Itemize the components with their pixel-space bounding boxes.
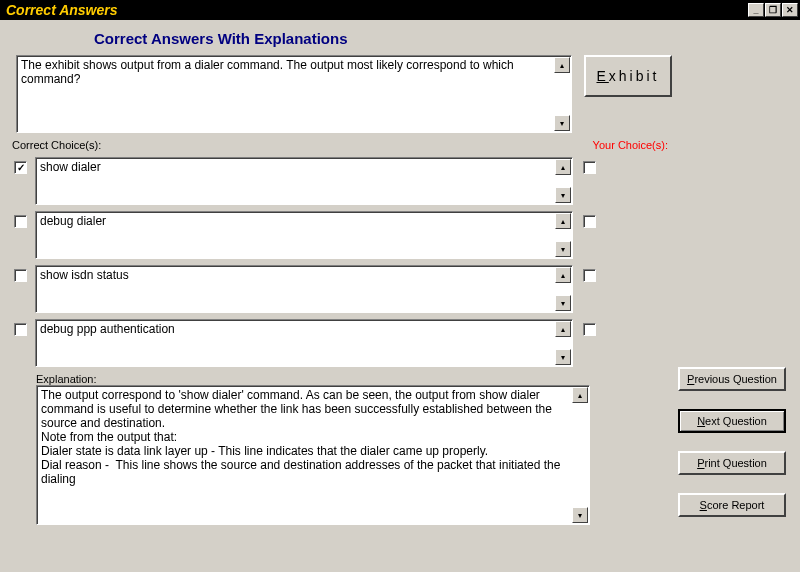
next-label: Next Question: [697, 415, 767, 427]
question-textbox[interactable]: The exhibit shows output from a dialer c…: [16, 55, 572, 133]
your-checkbox-0[interactable]: [583, 161, 596, 174]
choice-scrollbar-3[interactable]: ▴ ▾: [555, 321, 571, 365]
choice-row: debug dialer ▴ ▾: [12, 211, 788, 259]
choice-scrollbar-1[interactable]: ▴ ▾: [555, 213, 571, 257]
scroll-down-icon[interactable]: ▾: [555, 241, 571, 257]
window-title: Correct Answers: [6, 2, 118, 18]
scroll-up-icon[interactable]: ▴: [555, 321, 571, 337]
scroll-down-icon[interactable]: ▾: [572, 507, 588, 523]
your-checkbox-2[interactable]: [583, 269, 596, 282]
prev-label: Previous Question: [687, 373, 777, 385]
choice-textbox-3[interactable]: debug ppp authentication ▴ ▾: [35, 319, 573, 367]
question-text: The exhibit shows output from a dialer c…: [21, 58, 514, 86]
correct-choices-label: Correct Choice(s):: [12, 139, 101, 151]
choice-textbox-0[interactable]: show dialer ▴ ▾: [35, 157, 573, 205]
your-checkbox-1[interactable]: [583, 215, 596, 228]
scroll-up-icon[interactable]: ▴: [554, 57, 570, 73]
choice-textbox-1[interactable]: debug dialer ▴ ▾: [35, 211, 573, 259]
explanation-label: Explanation:: [36, 373, 788, 385]
choice-textbox-2[interactable]: show isdn status ▴ ▾: [35, 265, 573, 313]
scroll-up-icon[interactable]: ▴: [555, 267, 571, 283]
page-title: Correct Answers With Explanations: [94, 30, 788, 47]
question-scrollbar[interactable]: ▴ ▾: [554, 57, 570, 131]
action-buttons: Previous Question Next Question Print Qu…: [678, 367, 786, 517]
scroll-down-icon[interactable]: ▾: [555, 295, 571, 311]
choice-scrollbar-2[interactable]: ▴ ▾: [555, 267, 571, 311]
score-label: Score Report: [700, 499, 765, 511]
correct-checkbox-3[interactable]: [14, 323, 27, 336]
explanation-scrollbar[interactable]: ▴ ▾: [572, 387, 588, 523]
your-checkbox-3[interactable]: [583, 323, 596, 336]
correct-checkbox-0[interactable]: ✓: [14, 161, 27, 174]
scroll-down-icon[interactable]: ▾: [554, 115, 570, 131]
previous-question-button[interactable]: Previous Question: [678, 367, 786, 391]
correct-checkbox-1[interactable]: [14, 215, 27, 228]
scroll-down-icon[interactable]: ▾: [555, 349, 571, 365]
choice-row: show isdn status ▴ ▾: [12, 265, 788, 313]
restore-button[interactable]: ❐: [765, 3, 781, 17]
print-question-button[interactable]: Print Question: [678, 451, 786, 475]
window-controls: _ ❐ ✕: [748, 3, 798, 17]
choice-text-2: show isdn status: [40, 268, 129, 282]
content: Correct Answers With Explanations The ex…: [0, 20, 800, 529]
close-button[interactable]: ✕: [782, 3, 798, 17]
scroll-up-icon[interactable]: ▴: [555, 159, 571, 175]
exhibit-label: Exhibit: [596, 68, 659, 84]
exhibit-button[interactable]: Exhibit: [584, 55, 672, 97]
score-report-button[interactable]: Score Report: [678, 493, 786, 517]
choice-scrollbar-0[interactable]: ▴ ▾: [555, 159, 571, 203]
choice-row: debug ppp authentication ▴ ▾: [12, 319, 788, 367]
titlebar: Correct Answers _ ❐ ✕: [0, 0, 800, 20]
next-question-button[interactable]: Next Question: [678, 409, 786, 433]
minimize-button[interactable]: _: [748, 3, 764, 17]
choice-text-3: debug ppp authentication: [40, 322, 175, 336]
scroll-up-icon[interactable]: ▴: [555, 213, 571, 229]
question-row: The exhibit shows output from a dialer c…: [12, 55, 788, 133]
choice-text-1: debug dialer: [40, 214, 106, 228]
labels-row: Correct Choice(s): Your Choice(s):: [12, 139, 788, 151]
scroll-down-icon[interactable]: ▾: [555, 187, 571, 203]
correct-checkbox-2[interactable]: [14, 269, 27, 282]
choice-text-0: show dialer: [40, 160, 101, 174]
print-label: Print Question: [697, 457, 767, 469]
scroll-up-icon[interactable]: ▴: [572, 387, 588, 403]
explanation-textbox[interactable]: The output correspond to 'show dialer' c…: [36, 385, 590, 525]
explanation-text: The output correspond to 'show dialer' c…: [41, 388, 564, 486]
your-choices-label: Your Choice(s):: [593, 139, 668, 151]
choice-row: ✓ show dialer ▴ ▾: [12, 157, 788, 205]
